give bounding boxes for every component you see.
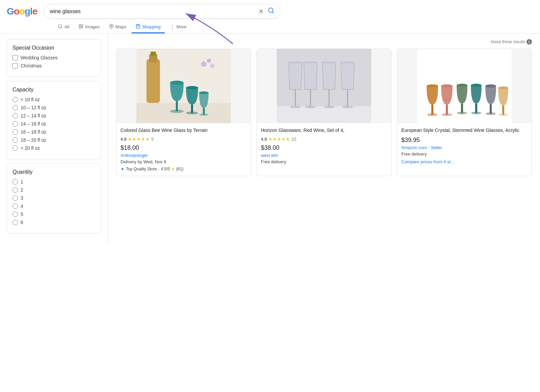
svg-point-55 — [485, 84, 496, 88]
product-rating-value-1: 4.8 — [120, 137, 127, 142]
quantity-1-radio[interactable] — [12, 179, 18, 185]
images-icon — [79, 24, 83, 30]
clear-search-button[interactable]: ✕ — [259, 8, 264, 15]
svg-line-1 — [272, 12, 274, 13]
quantity-2-radio[interactable] — [12, 187, 18, 193]
nav-shopping[interactable]: Shopping — [132, 21, 165, 33]
capacity-gt20-radio[interactable] — [12, 145, 18, 151]
capacity-16-18[interactable]: 16 – 18 fl oz — [12, 129, 95, 135]
capacity-14-16[interactable]: 14 – 16 fl oz — [12, 121, 95, 127]
capacity-12-14-radio[interactable] — [12, 113, 18, 118]
search-input[interactable] — [50, 8, 255, 15]
capacity-10-12[interactable]: 10 – 12 fl oz — [12, 105, 95, 110]
christmas-filter[interactable]: Christmas — [12, 63, 95, 68]
special-occasion-title: Special Occasion — [12, 45, 95, 51]
product-card-2[interactable]: Horizon Glassware, Red Wine, Set of 4, 4… — [256, 49, 392, 176]
svg-rect-18 — [191, 105, 193, 113]
capacity-16-18-radio[interactable] — [12, 129, 18, 135]
product-image-2 — [257, 49, 391, 123]
capacity-18-20[interactable]: 18 – 20 fl oz — [12, 137, 95, 143]
quantity-4-radio[interactable] — [12, 203, 18, 209]
quantity-3-radio[interactable] — [12, 195, 18, 201]
product-review-count-2: 22 — [292, 137, 296, 142]
product-rating-1: 4.8 ★★★★★ 5 — [120, 137, 247, 142]
shopping-icon — [136, 24, 140, 30]
store-star-1: ★ — [171, 167, 175, 171]
logo-letter-o2: o — [19, 6, 25, 17]
quantity-5[interactable]: 5 — [12, 212, 95, 217]
capacity-lt10-label: < 10 fl oz — [21, 97, 40, 102]
quantity-5-label: 5 — [21, 212, 23, 217]
header: Google ✕ — [0, 0, 540, 19]
capacity-18-20-radio[interactable] — [12, 137, 18, 143]
capacity-10-12-radio[interactable] — [12, 105, 18, 110]
product-stars-2: ★★★★★ — [268, 137, 290, 142]
capacity-10-12-label: 10 – 12 fl oz — [21, 105, 46, 110]
nav-more-label: More — [177, 24, 187, 29]
products-content: About these results ℹ — [108, 34, 540, 243]
quantity-title: Quantity — [12, 169, 95, 175]
quantity-4-label: 4 — [21, 203, 23, 209]
nav-maps-label: Maps — [115, 24, 126, 29]
product-title-2: Horizon Glassware, Red Wine, Set of 4, — [261, 127, 387, 134]
badge-separator-1: · — [158, 167, 159, 171]
product-title-3: European Style Crystal, Stemmed Wine Gla… — [401, 127, 528, 134]
quantity-4[interactable]: 4 — [12, 203, 95, 209]
nav-more[interactable]: ⋮ More — [166, 22, 191, 33]
logo-letter-g2: g — [25, 6, 30, 17]
quantity-2[interactable]: 2 — [12, 187, 95, 193]
svg-rect-48 — [461, 104, 463, 113]
logo-letter-g: G — [7, 6, 14, 17]
capacity-gt20-label: > 20 fl oz — [21, 145, 40, 151]
capacity-gt20[interactable]: > 20 fl oz — [12, 145, 95, 151]
quantity-section: Quantity 1 2 3 4 5 6 — [7, 163, 101, 233]
christmas-checkbox[interactable] — [12, 63, 18, 68]
compare-prices-link-3[interactable]: Compare prices from 4 st... — [401, 159, 528, 164]
product-delivery-3: Free delivery — [401, 151, 528, 157]
nav-images[interactable]: Images — [75, 21, 104, 33]
product-stars-1: ★★★★★ — [128, 137, 150, 142]
svg-point-6 — [111, 25, 112, 27]
product-price-1: $18.00 — [120, 144, 247, 151]
svg-point-36 — [322, 61, 336, 64]
product-seller-3[interactable]: Amazon.com - Seller — [401, 145, 528, 150]
capacity-12-14[interactable]: 12 – 14 fl oz — [12, 113, 95, 118]
wedding-glasses-checkbox[interactable] — [12, 55, 18, 60]
quantity-6-label: 6 — [21, 220, 23, 225]
search-bar-icons: ✕ — [259, 7, 274, 16]
about-results-bar: About these results ℹ — [116, 39, 532, 45]
svg-rect-13 — [151, 52, 156, 56]
quantity-6-radio[interactable] — [12, 220, 18, 225]
svg-rect-54 — [490, 104, 492, 114]
quantity-3[interactable]: 3 — [12, 195, 95, 201]
svg-point-52 — [471, 84, 482, 87]
svg-point-16 — [170, 81, 184, 85]
product-seller-1[interactable]: Anthropologie — [120, 153, 247, 158]
product-price-3: $39.95 — [401, 137, 528, 144]
quantity-1[interactable]: 1 — [12, 179, 95, 185]
search-button[interactable] — [268, 7, 274, 16]
svg-rect-27 — [277, 106, 371, 123]
capacity-lt10[interactable]: < 10 fl oz — [12, 97, 95, 102]
logo-letter-o1: o — [14, 6, 19, 17]
product-card-1[interactable]: Colored Glass Bee Wine Glass by Terrain … — [116, 49, 251, 176]
nav-maps[interactable]: Maps — [105, 21, 130, 33]
product-card-3[interactable]: European Style Crystal, Stemmed Wine Gla… — [397, 49, 532, 176]
nav-bar: All Images Maps Shopping ⋮ More — [0, 19, 540, 34]
capacity-lt10-radio[interactable] — [12, 97, 18, 102]
product-seller-2[interactable]: west elm — [261, 153, 387, 158]
maps-icon — [109, 24, 114, 30]
svg-line-3 — [61, 27, 62, 28]
svg-rect-45 — [446, 105, 448, 115]
capacity-14-16-radio[interactable] — [12, 121, 18, 127]
quantity-6[interactable]: 6 — [12, 220, 95, 225]
quantity-5-radio[interactable] — [12, 212, 18, 217]
sidebar: Special Occasion Wedding Glasses Christm… — [0, 34, 108, 243]
info-icon[interactable]: ℹ — [526, 39, 532, 45]
main-content: Special Occasion Wedding Glasses Christm… — [0, 34, 540, 243]
wedding-glasses-filter[interactable]: Wedding Glasses — [12, 55, 95, 60]
search-bar[interactable]: ✕ — [44, 4, 280, 19]
svg-point-22 — [199, 91, 209, 94]
store-reviews-1: (61) — [176, 167, 183, 171]
nav-all[interactable]: All — [54, 21, 73, 33]
